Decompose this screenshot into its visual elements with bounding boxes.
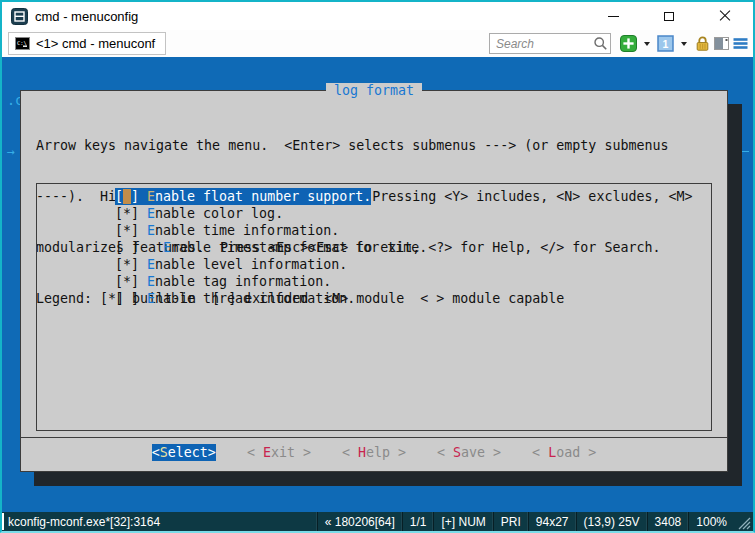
terminal[interactable]: .config - RT-Thread Project Configuratio… <box>2 57 753 512</box>
split-window-icon <box>713 35 730 52</box>
statusbar-cursor-pos[interactable]: (13,9) 25V <box>576 512 647 531</box>
menu-item-time-info[interactable]: [*] Enable time information. <box>115 222 711 239</box>
menu-item-timestamp-format[interactable]: [ ] Enable timestamp format for time. <box>115 239 711 256</box>
tab-toolbar: 1 <box>489 30 750 57</box>
statusbar-tab-count[interactable]: 1/1 <box>402 512 434 531</box>
dialog-buttons: <Select> < Exit > < Help > < Save > < Lo… <box>21 444 727 461</box>
maximize-button[interactable] <box>641 2 697 30</box>
maximize-icon <box>664 12 674 21</box>
resize-grip[interactable] <box>736 515 752 531</box>
statusbar-process: kconfig-mconf.exe*[32]:3164 <box>2 515 160 529</box>
conemu-window: cmd - menuconfig C:\ <1> cmd - menuconf <box>0 0 755 533</box>
statusbar: kconfig-mconf.exe*[32]:3164 « 180206[64]… <box>2 512 753 531</box>
menuconfig-dialog: log format Arrow keys navigate the menu.… <box>20 90 728 472</box>
menu-item-level-info[interactable]: [*] Enable level information. <box>115 256 711 273</box>
statusbar-value[interactable]: 3408 <box>647 512 689 531</box>
titlebar: cmd - menuconfig <box>2 2 753 30</box>
save-button[interactable]: < Save > <box>437 444 501 461</box>
exit-button[interactable]: < Exit > <box>247 444 311 461</box>
close-button[interactable] <box>697 2 753 30</box>
search-box <box>489 33 611 54</box>
active-console-button[interactable]: 1 <box>657 33 674 54</box>
close-icon <box>719 10 731 22</box>
menu-item-tag-info[interactable]: [*] Enable tag information. <box>115 273 711 290</box>
new-console-plus-icon <box>620 35 637 52</box>
window-title: cmd - menuconfig <box>35 9 138 24</box>
menu-item-thread-info[interactable]: [ ] Enable thread information. <box>115 290 711 307</box>
hamburger-menu-icon <box>732 35 749 52</box>
active-console-dropdown[interactable] <box>676 33 692 54</box>
lock-button[interactable] <box>694 33 711 54</box>
statusbar-cursor <box>2 513 4 530</box>
tab-cmd-menuconf[interactable]: C:\ <1> cmd - menuconf <box>8 32 166 55</box>
svg-text:1: 1 <box>663 38 669 50</box>
caret-down-icon <box>644 42 650 46</box>
cmd-icon: C:\ <box>15 37 30 50</box>
help-button[interactable]: < Help > <box>342 444 406 461</box>
text-cursor <box>123 189 131 204</box>
statusbar-priority[interactable]: PRI <box>493 512 528 531</box>
minimize-icon <box>608 16 619 17</box>
new-console-button[interactable] <box>620 33 637 54</box>
conemu-icon <box>11 8 28 25</box>
menu-listbox: [ ] Enable float number support. [*] Ena… <box>36 183 712 431</box>
statusbar-right: « 180206[64] 1/1 [+] NUM PRI 94x27 (13,9… <box>317 512 753 531</box>
statusbar-num-lock[interactable]: [+] NUM <box>433 512 492 531</box>
view-pane-button[interactable] <box>713 33 730 54</box>
new-console-dropdown[interactable] <box>639 33 655 54</box>
search-icon <box>593 36 608 51</box>
caret-down-icon <box>681 42 687 46</box>
button-separator <box>21 437 727 438</box>
menu-item-float-support[interactable]: [ ] Enable float number support. <box>115 188 711 205</box>
statusbar-console-info[interactable]: « 180206[64] <box>317 512 402 531</box>
svg-text:C:\: C:\ <box>17 40 27 46</box>
statusbar-console-size[interactable]: 94x27 <box>528 512 576 531</box>
minimize-button[interactable] <box>585 2 641 30</box>
statusbar-zoom[interactable]: 100% <box>688 512 734 531</box>
caption-buttons <box>585 2 753 30</box>
tab-label: <1> cmd - menuconf <box>36 36 155 51</box>
select-button[interactable]: <Select> <box>152 444 216 461</box>
main-menu-button[interactable] <box>732 33 749 54</box>
lock-icon <box>694 35 711 52</box>
tabbar: C:\ <1> cmd - menuconf <box>2 30 753 57</box>
menu-item-color-log[interactable]: [*] Enable color log. <box>115 205 711 222</box>
console-1-icon: 1 <box>657 35 674 52</box>
load-button[interactable]: < Load > <box>532 444 596 461</box>
